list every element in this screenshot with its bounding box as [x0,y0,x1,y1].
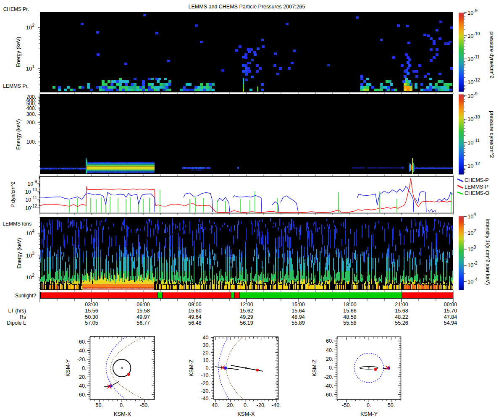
svg-text:LEMMS Pr.: LEMMS Pr. [3,83,29,89]
svg-text:15.66: 15.66 [343,308,356,314]
svg-text:LEMMS-P: LEMMS-P [465,184,488,190]
svg-text:10.: 10. [203,357,210,363]
svg-text:Energy (keV): Energy (keV) [16,37,21,68]
svg-text:KSM-Y: KSM-Y [65,359,71,377]
svg-text:54.94: 54.94 [444,320,457,326]
svg-text:15.68: 15.68 [395,308,408,314]
svg-text:Rs: Rs [20,314,26,320]
svg-text:50.30: 50.30 [85,314,98,320]
svg-text:50.: 50. [388,402,395,408]
svg-text:KSM-Y: KSM-Y [360,411,378,417]
svg-text:09:00: 09:00 [188,302,201,307]
svg-text:Energy (keV): Energy (keV) [16,238,22,269]
svg-text:20.: 20. [79,374,86,380]
svg-text:Energy (keV): Energy (keV) [16,119,21,150]
svg-text:55.89: 55.89 [291,320,304,326]
svg-text:49.97: 49.97 [136,314,150,320]
svg-text:55.26: 55.26 [395,320,408,326]
svg-text:0.: 0. [120,402,124,408]
svg-text:00:00: 00:00 [444,302,457,307]
svg-text:60.: 60. [79,392,86,398]
svg-text:0.: 0. [206,365,210,371]
svg-text:-40.: -40. [201,396,210,402]
svg-text:15.64: 15.64 [291,308,304,314]
svg-text:12:00: 12:00 [240,302,253,307]
svg-text:03:00: 03:00 [85,302,98,307]
svg-text:20.: 20. [227,402,234,408]
svg-text:56.48: 56.48 [188,320,201,326]
svg-text:400.: 400. [26,105,36,111]
svg-text:LEMMS Ions: LEMMS Ions [3,221,32,227]
svg-text:49.64: 49.64 [188,314,201,320]
svg-text:40.: 40. [326,347,333,353]
svg-text:50.: 50. [96,402,103,408]
svg-text:P dyn/cm^2: P dyn/cm^2 [10,181,16,207]
svg-text:48.94: 48.94 [291,314,304,320]
svg-text:CHEMS-O: CHEMS-O [465,190,489,196]
svg-text:60.: 60. [326,338,333,344]
svg-text:15:00: 15:00 [291,302,304,307]
svg-text:CHEMS-P: CHEMS-P [465,177,489,183]
svg-text:-40.: -40. [324,383,333,389]
svg-text:-50.: -50. [342,402,351,408]
svg-text:47.84: 47.84 [444,314,457,320]
svg-text:-60.: -60. [77,339,87,345]
svg-text:-10.: -10. [201,373,210,378]
svg-text:-60.: -60. [324,392,333,398]
svg-text:49.29: 49.29 [240,314,253,320]
svg-text:200.: 200. [26,120,36,126]
svg-text:-20.: -20. [77,357,87,362]
svg-text:Dipole L: Dipole L [7,320,26,326]
svg-text:intensity 1/(s cm^2 ster keV): intensity 1/(s cm^2 ster keV) [485,219,491,285]
svg-text:-40.: -40. [77,348,87,354]
svg-text:LT (hrs): LT (hrs) [8,308,26,314]
svg-text:0.: 0. [367,402,371,408]
svg-text:56.77: 56.77 [136,320,150,326]
svg-text:-30.: -30. [201,388,210,394]
svg-text:-50.: -50. [140,402,149,408]
svg-text:KSM-Z: KSM-Z [188,360,194,377]
svg-text:20.: 20. [203,350,210,356]
svg-text:56.19: 56.19 [240,320,253,326]
svg-text:0.: 0. [244,402,248,408]
svg-text:-20.: -20. [257,402,266,408]
svg-text:0.: 0. [82,365,86,371]
svg-text:KSM-Z: KSM-Z [311,360,318,377]
svg-text:48.22: 48.22 [395,314,408,320]
svg-text:Sunlight?: Sunlight? [15,293,36,299]
svg-text:0.: 0. [329,365,333,371]
svg-text:-20.: -20. [324,374,333,380]
svg-text:40.: 40. [212,402,219,408]
svg-text:30.: 30. [203,342,210,348]
svg-text:06:00: 06:00 [136,302,150,307]
svg-text:15.56: 15.56 [85,308,98,314]
svg-text:100.: 100. [26,139,36,145]
svg-text:18:00: 18:00 [343,302,356,307]
svg-text:48.58: 48.58 [343,314,356,320]
svg-text:-40.: -40. [272,402,281,408]
svg-text:40.: 40. [203,335,210,341]
svg-text:40.: 40. [79,383,86,389]
svg-text:CHEMS Pr.: CHEMS Pr. [3,6,29,12]
svg-text:57.05: 57.05 [85,320,98,326]
svg-text:KSM-X: KSM-X [114,411,131,417]
svg-text:15.62: 15.62 [240,308,253,314]
svg-text:-20.: -20. [201,381,210,386]
svg-text:pressure dyne/cm^2: pressure dyne/cm^2 [489,32,495,79]
svg-text:15.70: 15.70 [444,308,457,314]
svg-text:KSM-X: KSM-X [237,411,255,417]
svg-text:20.: 20. [326,356,333,362]
svg-text:300.: 300. [26,111,36,117]
svg-text:15.58: 15.58 [136,308,150,314]
svg-text:LEMMS and CHEMS Particle Press: LEMMS and CHEMS Particle Pressures 2007:… [189,4,305,10]
svg-text:55.58: 55.58 [343,320,356,326]
svg-text:pressure dyne/cm^2: pressure dyne/cm^2 [489,111,495,158]
svg-text:15.60: 15.60 [188,308,201,314]
svg-text:21:00: 21:00 [395,302,408,307]
